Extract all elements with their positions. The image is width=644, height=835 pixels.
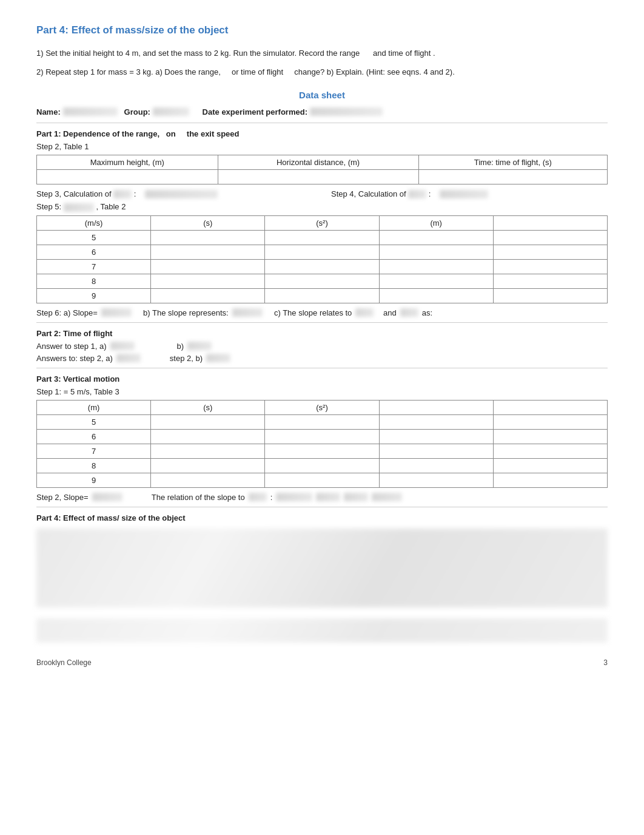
col5-5 bbox=[493, 215, 607, 230]
row-label: 5 bbox=[37, 230, 151, 245]
table-row bbox=[37, 169, 608, 184]
row-label: 9 bbox=[37, 473, 151, 487]
col5-2: (s) bbox=[151, 215, 265, 230]
table2: (m/s) (s) (s²) (m) 56789 bbox=[36, 215, 608, 303]
row-label: 9 bbox=[37, 288, 151, 303]
table2-container: (m/s) (s) (s²) (m) 56789 bbox=[36, 215, 608, 303]
col5-4: (m) bbox=[379, 215, 493, 230]
header-row: Name: Group: Date experiment performed: bbox=[36, 107, 608, 117]
step6-relates-val bbox=[355, 308, 374, 317]
cell bbox=[418, 169, 607, 184]
step4-label: Step 4, Calculation of bbox=[331, 189, 406, 198]
instruction-1-period: . bbox=[433, 49, 435, 58]
divider-2 bbox=[36, 322, 608, 323]
answers-step2a-val bbox=[116, 354, 141, 362]
step2-colon-val2 bbox=[316, 493, 340, 501]
step2-colon-val bbox=[276, 493, 312, 501]
step3-col: Step 3, Calculation of : bbox=[36, 189, 313, 199]
part1-speed: the exit speed bbox=[187, 129, 240, 138]
data-sheet-title: Data sheet bbox=[36, 90, 608, 100]
table3: (m) (s) (s²) 56789 bbox=[36, 400, 608, 488]
answer-step1a: Answer to step 1, a) bbox=[36, 342, 107, 351]
part1-on: on bbox=[166, 129, 176, 138]
group-value bbox=[153, 107, 189, 116]
table1: Maximum height, (m) Horizontal distance,… bbox=[36, 155, 608, 184]
table-row: 5 bbox=[37, 414, 608, 429]
footer-college: Brooklyn College bbox=[36, 658, 92, 667]
step4-colon: : bbox=[429, 189, 431, 198]
instruction-2: 2) Repeat step 1 for mass = 3 kg. a) Doe… bbox=[36, 66, 608, 79]
step2-relation: The relation of the slope to bbox=[152, 493, 245, 502]
divider-4 bbox=[36, 507, 608, 507]
date-value bbox=[310, 107, 383, 116]
date-label: Date experiment performed: bbox=[203, 107, 307, 117]
row-label: 7 bbox=[37, 444, 151, 458]
page: Part 4: Effect of mass/size of the objec… bbox=[0, 0, 644, 679]
answers-step2b-val bbox=[206, 354, 230, 362]
row-label: 8 bbox=[37, 274, 151, 288]
table-row: 8 bbox=[37, 458, 608, 473]
step6-as: as: bbox=[422, 308, 432, 317]
table1-container: Maximum height, (m) Horizontal distance,… bbox=[36, 155, 608, 184]
table-row: 7 bbox=[37, 259, 608, 274]
col3-2: (s) bbox=[151, 400, 265, 414]
part4-bottom-label: Part 4: Effect of mass/ size of the obje… bbox=[36, 513, 608, 522]
step1-v0-label: Step 1: = 5 m/s, Table 3 bbox=[36, 387, 608, 396]
bottom-blurred-content bbox=[36, 529, 608, 607]
instruction-1-end: and time of flight bbox=[373, 49, 431, 58]
answers-step2a: Answers to: step 2, a) bbox=[36, 354, 113, 363]
cell bbox=[37, 169, 218, 184]
name-value bbox=[63, 107, 118, 116]
step2-slope-val bbox=[92, 493, 122, 501]
step6-b: b) The slope represents: bbox=[143, 308, 229, 317]
table-row: 9 bbox=[37, 473, 608, 487]
part1-text: Part 1: Dependence of the range, bbox=[36, 129, 159, 138]
step2-colon-val3 bbox=[344, 493, 368, 501]
table-row: 6 bbox=[37, 245, 608, 259]
col3-3: (s²) bbox=[265, 400, 379, 414]
table-row: 5 bbox=[37, 230, 608, 245]
col5-1: (m/s) bbox=[37, 215, 151, 230]
table-row: 9 bbox=[37, 288, 608, 303]
instruction-1: 1) Set the initial height to 4 m, and se… bbox=[36, 47, 608, 60]
table-row: 8 bbox=[37, 274, 608, 288]
row-label: 6 bbox=[37, 429, 151, 444]
table-row: 7 bbox=[37, 444, 608, 458]
step5-label-row: Step 5: , Table 2 bbox=[36, 202, 608, 212]
answers-step2b: step 2, b) bbox=[170, 354, 203, 363]
col3-1: (m) bbox=[37, 400, 151, 414]
row-label: 5 bbox=[37, 414, 151, 429]
step2-relation-val bbox=[249, 493, 267, 501]
step4-col: Step 4, Calculation of : bbox=[331, 189, 608, 199]
bottom-blurred-content2 bbox=[36, 618, 608, 643]
col5-3: (s²) bbox=[265, 215, 379, 230]
footer-page: 3 bbox=[603, 658, 608, 667]
name-label: Name: bbox=[36, 107, 61, 117]
step6-and-val bbox=[400, 308, 418, 317]
table-row: 6 bbox=[37, 429, 608, 444]
step2-colon: : bbox=[270, 493, 273, 502]
step5-text: Step 5: bbox=[36, 202, 61, 211]
part2-label: Part 2: Time of flight bbox=[36, 329, 608, 338]
step4-blank bbox=[408, 190, 426, 198]
answers-step2-row: Answers to: step 2, a) step 2, b) bbox=[36, 354, 608, 363]
col3-4 bbox=[379, 400, 493, 414]
divider-3 bbox=[36, 368, 608, 368]
row-label: 7 bbox=[37, 259, 151, 274]
group-label: Group: bbox=[124, 107, 150, 117]
table3-container: (m) (s) (s²) 56789 bbox=[36, 400, 608, 488]
row-label: 6 bbox=[37, 245, 151, 259]
step2-colon-val4 bbox=[372, 493, 402, 501]
step6-and: and bbox=[383, 308, 397, 317]
step2-slope-row: Step 2, Slope= The relation of the slope… bbox=[36, 493, 608, 502]
footer: Brooklyn College 3 bbox=[36, 658, 608, 667]
step5-blank bbox=[64, 203, 94, 212]
col3-5 bbox=[493, 400, 607, 414]
step6-c: c) The slope relates to bbox=[274, 308, 352, 317]
instruction-2-mid: or time of flight bbox=[232, 67, 283, 76]
step5-table2: , Table 2 bbox=[96, 202, 126, 211]
answer-step1a-val bbox=[110, 342, 135, 350]
col-time: Time: time of flight, (s) bbox=[418, 155, 607, 169]
part1-label: Part 1: Dependence of the range, on the … bbox=[36, 129, 608, 138]
step3-colon: : bbox=[134, 189, 136, 198]
